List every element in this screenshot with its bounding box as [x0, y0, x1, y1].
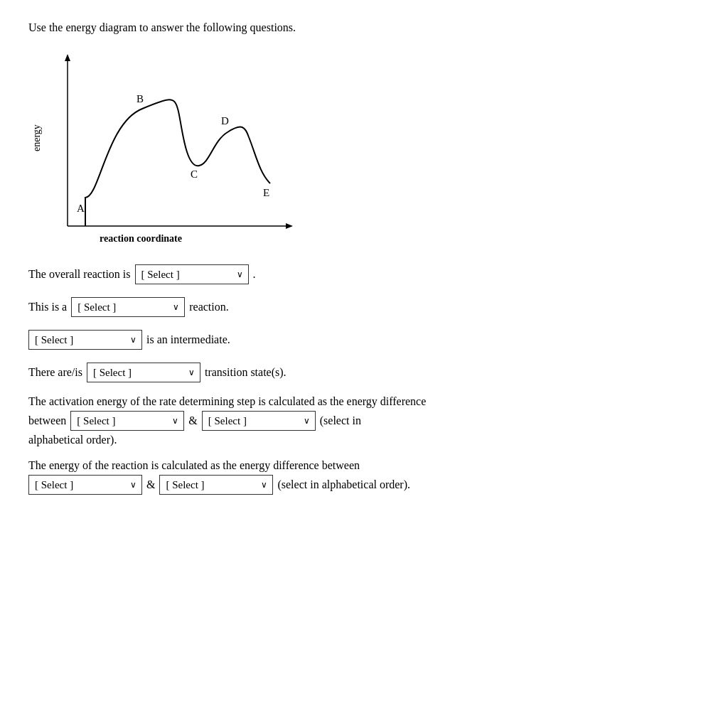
q6-select1-wrapper[interactable]: [ Select ] A B C D E [28, 475, 142, 495]
point-a-label: A [77, 203, 85, 214]
point-c-label: C [191, 168, 198, 180]
q5-line2: alphabetical order). [28, 434, 700, 446]
q4-select-wrapper[interactable]: [ Select ] 1 2 3 [87, 363, 200, 382]
svg-marker-1 [65, 54, 70, 61]
intro-text: Use the energy diagram to answer the fol… [28, 21, 700, 34]
questions-container: The overall reaction is [ Select ] exoth… [28, 264, 700, 495]
q6-suffix: (select in alphabetical order). [277, 478, 410, 491]
q2-select-wrapper[interactable]: [ Select ] one-step two-step three-step [71, 297, 185, 317]
q5-select1[interactable]: [ Select ] A B C D E [70, 411, 184, 431]
x-axis-label: reaction coordinate [100, 233, 182, 244]
q1-select-wrapper[interactable]: [ Select ] exothermic endothermic [135, 264, 249, 284]
q5-select2[interactable]: [ Select ] A B C D E [202, 411, 316, 431]
q5-select2-wrapper[interactable]: [ Select ] A B C D E [202, 411, 316, 431]
question-4-row: There are/is [ Select ] 1 2 3 transition… [28, 363, 700, 382]
q5-select1-wrapper[interactable]: [ Select ] A B C D E [70, 411, 184, 431]
q1-suffix: . [253, 266, 256, 283]
q6-select1[interactable]: [ Select ] A B C D E [28, 475, 142, 495]
point-b-label: B [136, 93, 144, 104]
q2-select[interactable]: [ Select ] one-step two-step three-step [71, 297, 185, 317]
q3-select[interactable]: [ Select ] A B C D E [28, 330, 142, 350]
q3-suffix: is an intermediate. [146, 331, 230, 348]
q5-suffix: (select in [320, 414, 361, 427]
q5-ampersand: & [188, 414, 197, 427]
q1-select[interactable]: [ Select ] exothermic endothermic [135, 264, 249, 284]
question-2-row: This is a [ Select ] one-step two-step t… [28, 297, 700, 317]
q6-select2-wrapper[interactable]: [ Select ] A B C D E [159, 475, 273, 495]
q4-suffix: transition state(s). [205, 364, 287, 381]
question-5-block: The activation energy of the rate determ… [28, 395, 700, 446]
y-axis-label: energy [31, 124, 42, 151]
q6-select2[interactable]: [ Select ] A B C D E [159, 475, 273, 495]
q6-row2: [ Select ] A B C D E & [ Select ] A B C … [28, 475, 700, 495]
q6-line1: The energy of the reaction is calculated… [28, 459, 700, 472]
q4-select[interactable]: [ Select ] 1 2 3 [87, 363, 200, 382]
question-3-row: [ Select ] A B C D E is an intermediate. [28, 330, 700, 350]
question-1-row: The overall reaction is [ Select ] exoth… [28, 264, 700, 284]
energy-diagram: A B C D E energy reaction coordinate [28, 48, 313, 247]
q5-line1: The activation energy of the rate determ… [28, 395, 700, 408]
q3-select-wrapper[interactable]: [ Select ] A B C D E [28, 330, 142, 350]
question-6-block: The energy of the reaction is calculated… [28, 459, 700, 495]
svg-marker-3 [286, 223, 293, 229]
q2-prefix: This is a [28, 299, 67, 316]
q6-ampersand: & [146, 478, 155, 491]
q5-prefix: between [28, 414, 66, 427]
q5-row2: between [ Select ] A B C D E & [ Select … [28, 411, 700, 431]
q1-prefix: The overall reaction is [28, 266, 131, 283]
q4-prefix: There are/is [28, 364, 82, 381]
point-d-label: D [221, 115, 229, 127]
point-e-label: E [263, 187, 269, 198]
q2-suffix: reaction. [189, 299, 229, 316]
